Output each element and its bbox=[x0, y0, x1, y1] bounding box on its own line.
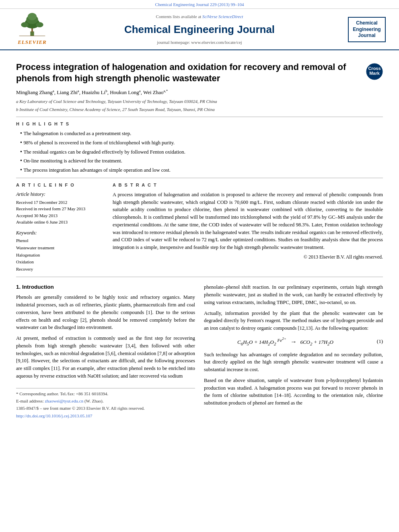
accepted-date: Accepted 30 May 2013 bbox=[16, 212, 105, 219]
right-body-col: phenolate–phenol shift reaction. In our … bbox=[204, 283, 383, 420]
info-abstract-area: A R T I C L E I N F O Article history: R… bbox=[16, 182, 383, 273]
keywords-title: Keywords: bbox=[16, 230, 105, 236]
keyword-recovery: Recovery bbox=[16, 266, 105, 273]
abstract-text: A process integration of halogenation an… bbox=[113, 191, 383, 251]
keyword-phenol: Phenol bbox=[16, 237, 105, 244]
keyword-oxidation: Oxidation bbox=[16, 259, 105, 266]
footnote-corresponding: * Corresponding author. Tel./fax: +86 35… bbox=[16, 391, 195, 397]
journal-homepage: journal homepage: www.elsevier.com/locat… bbox=[56, 39, 343, 45]
equation-text: C6H5O + 14H2O2 Fe2+ → 6CO2 + 17H2O bbox=[204, 336, 367, 347]
footnote-issn: 1385-8947/$ – see front matter © 2013 El… bbox=[16, 405, 195, 411]
right-para1: phenolate–phenol shift reaction. In our … bbox=[204, 283, 383, 306]
equation-1: C6H5O + 14H2O2 Fe2+ → 6CO2 + 17H2O (1) bbox=[204, 336, 383, 347]
footnote-email: E-mail address: zhaowei@tyut.edu.cn (W. … bbox=[16, 398, 195, 404]
sciverse-line: Contents lists available at SciVerse Sci… bbox=[56, 14, 343, 20]
crossmark-icon[interactable]: Cross Mark bbox=[366, 63, 383, 82]
elsevier-logo-area: ELSEVIER bbox=[8, 13, 56, 46]
keyword-wastewater: Wastewater treatment bbox=[16, 244, 105, 252]
history-title: Article history: bbox=[16, 191, 105, 198]
doi-link[interactable]: http://dx.doi.org/10.1016/j.cej.2013.05.… bbox=[16, 413, 93, 418]
highlight-item: The residual organics can be degraded ef… bbox=[20, 148, 383, 156]
elsevier-logo: ELSEVIER bbox=[14, 13, 50, 46]
highlights-list: The halogenation is conducted as a pretr… bbox=[16, 129, 383, 174]
revised-date: Received in revised form 27 May 2013 bbox=[16, 205, 105, 212]
divider-3 bbox=[16, 277, 383, 277]
svg-text:Cross: Cross bbox=[368, 66, 380, 71]
sciverse-prefix: Contents lists available at bbox=[156, 14, 202, 19]
journal-logo-box: ChemicalEngineeringJournal bbox=[348, 17, 385, 42]
sciverse-link[interactable]: SciVerse ScienceDirect bbox=[202, 14, 243, 19]
highlight-item: The halogenation is conducted as a pretr… bbox=[20, 129, 383, 138]
intro-heading: 1. Introduction bbox=[16, 283, 195, 291]
keywords-section: Keywords: Phenol Wastewater treatment Ha… bbox=[16, 230, 105, 273]
abstract-col: A B S T R A C T A process integration of… bbox=[113, 182, 383, 273]
svg-point-6 bbox=[36, 22, 43, 27]
journal-reference-text: Chemical Engineering Journal 229 (2013) … bbox=[155, 2, 244, 7]
elsevier-tree-icon bbox=[14, 13, 50, 37]
body-section: 1. Introduction Phenols are generally co… bbox=[16, 283, 383, 420]
right-para2: Actually, information provided by the pl… bbox=[204, 310, 383, 332]
affiliation-b: b Institute of Coal Chemistry, Chinese A… bbox=[16, 107, 383, 113]
article-info-label: A R T I C L E I N F O bbox=[16, 182, 105, 188]
svg-point-4 bbox=[28, 13, 37, 20]
journal-reference: Chemical Engineering Journal 229 (2013) … bbox=[0, 0, 399, 9]
divider-1 bbox=[16, 117, 383, 117]
highlight-item: On-line monitoring is achieved for the t… bbox=[20, 157, 383, 165]
intro-para1: Phenols are generally considered to be h… bbox=[16, 294, 195, 331]
keyword-halogenation: Halogenation bbox=[16, 252, 105, 259]
svg-point-5 bbox=[21, 22, 28, 27]
journal-header: ELSEVIER Contents lists available at Sci… bbox=[0, 9, 399, 50]
elsevier-text: ELSEVIER bbox=[18, 39, 47, 46]
divider-2 bbox=[16, 178, 383, 178]
left-body-col: 1. Introduction Phenols are generally co… bbox=[16, 283, 195, 420]
homepage-text: journal homepage: www.elsevier.com/locat… bbox=[157, 40, 242, 45]
article-history: Article history: Received 17 December 20… bbox=[16, 191, 105, 226]
authors-line: Mingliang Zhanga, Liang Zhia, Huaizhu Li… bbox=[16, 88, 383, 97]
highlights-section: H I G H L I G H T S The halogenation is … bbox=[16, 121, 383, 174]
highlights-label: H I G H L I G H T S bbox=[16, 121, 383, 127]
footnote-area: * Corresponding author. Tel./fax: +86 35… bbox=[16, 388, 195, 419]
affiliation-a: a Key Laboratory of Coal Science and Tec… bbox=[16, 99, 383, 105]
highlight-item: The process integration has advantages o… bbox=[20, 166, 383, 174]
article-info-col: A R T I C L E I N F O Article history: R… bbox=[16, 182, 105, 273]
footnote-doi: http://dx.doi.org/10.1016/j.cej.2013.05.… bbox=[16, 413, 195, 419]
right-para3: Such technology has advantages of comple… bbox=[204, 351, 383, 374]
svg-text:Mark: Mark bbox=[369, 71, 380, 76]
abstract-label: A B S T R A C T bbox=[113, 182, 383, 188]
journal-logo-box-area: ChemicalEngineeringJournal bbox=[343, 17, 391, 42]
email-link[interactable]: zhaowei@tyut.edu.cn bbox=[45, 398, 83, 403]
journal-title-area: Contents lists available at SciVerse Sci… bbox=[56, 14, 343, 45]
received-date: Received 17 December 2012 bbox=[16, 199, 105, 206]
intro-para2: At present, method of extraction is comm… bbox=[16, 335, 195, 380]
right-para4: Based on the above situation, sample of … bbox=[204, 377, 383, 407]
equation-number: (1) bbox=[367, 338, 383, 345]
main-content: Cross Mark Process integration of haloge… bbox=[0, 50, 399, 421]
online-date: Available online 6 June 2013 bbox=[16, 219, 105, 226]
article-title: Process integration of halogenation and … bbox=[16, 62, 383, 84]
highlight-item: 98% of phenol is recovered in the form o… bbox=[20, 139, 383, 147]
journal-title: Chemical Engineering Journal bbox=[56, 22, 343, 37]
abstract-copyright: © 2013 Elsevier B.V. All rights reserved… bbox=[113, 254, 383, 261]
